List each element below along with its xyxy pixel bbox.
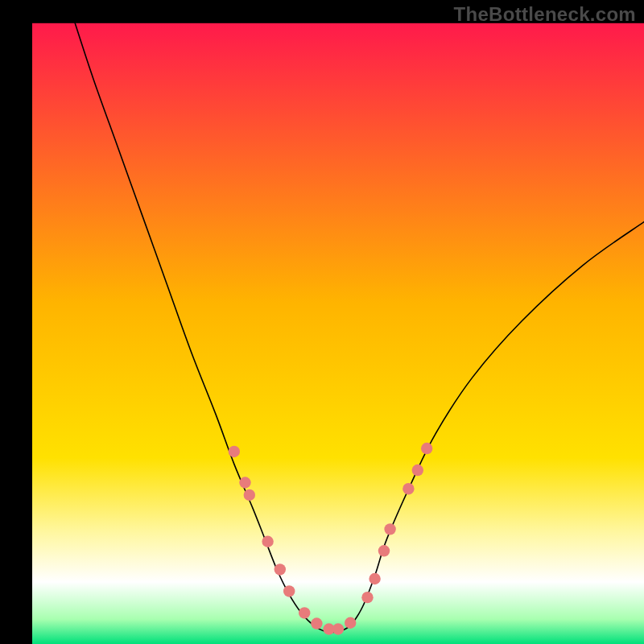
- chart-container: TheBottleneck.com: [0, 0, 644, 644]
- curve-marker: [311, 617, 322, 629]
- curve-marker: [262, 536, 273, 547]
- curve-marker: [412, 464, 423, 476]
- curve-marker: [283, 585, 295, 597]
- watermark-label: TheBottleneck.com: [454, 3, 636, 26]
- curve-marker: [378, 545, 390, 556]
- curve-marker: [361, 592, 373, 603]
- bottleneck-chart: [0, 0, 644, 644]
- curve-marker: [345, 617, 356, 629]
- curve-marker: [244, 489, 255, 501]
- curve-marker: [299, 607, 310, 618]
- curve-marker: [332, 623, 344, 634]
- curve-marker: [239, 477, 250, 488]
- curve-marker: [402, 483, 414, 494]
- curve-marker: [229, 446, 240, 457]
- curve-marker: [275, 564, 286, 575]
- curve-marker: [421, 443, 432, 454]
- curve-marker: [384, 523, 395, 535]
- chart-plot-area: [32, 23, 644, 644]
- curve-marker: [369, 573, 380, 584]
